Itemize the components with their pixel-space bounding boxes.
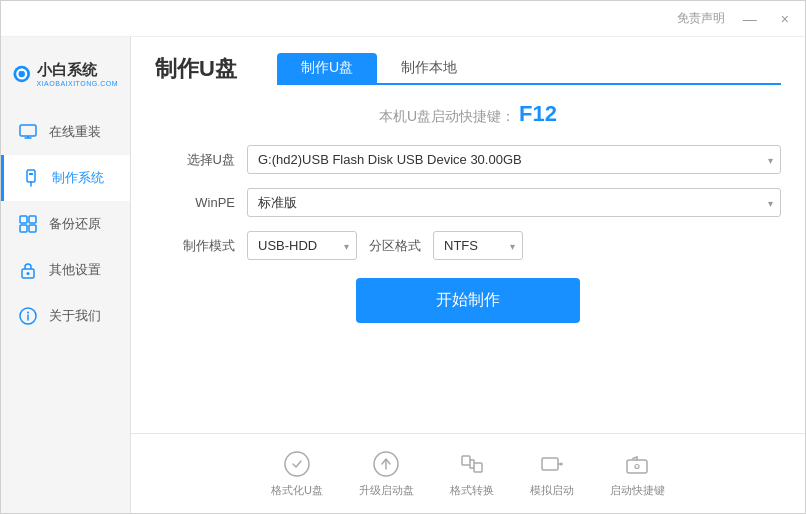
logo-area: 小白系统 XIAOBAIXITONG.COM [1, 47, 130, 109]
svg-rect-13 [29, 225, 36, 232]
winpe-control: 标准版 ▾ [247, 188, 781, 217]
sidebar-item-other-settings[interactable]: 其他设置 [1, 247, 130, 293]
close-button[interactable]: × [775, 10, 795, 28]
svg-rect-4 [20, 125, 36, 136]
simulate-boot-icon [537, 449, 567, 479]
start-button[interactable]: 开始制作 [356, 278, 580, 323]
monitor-icon [17, 121, 39, 143]
mode-field[interactable]: USB-HDD [247, 231, 357, 260]
svg-rect-23 [542, 458, 558, 470]
sidebar-item-online-reinstall[interactable]: 在线重装 [1, 109, 130, 155]
sidebar: 小白系统 XIAOBAIXITONG.COM 在线重装 [1, 37, 131, 513]
logo-sub-text: XIAOBAIXITONG.COM [37, 80, 119, 87]
select-usb-field[interactable]: G:(hd2)USB Flash Disk USB Device 30.00GB [247, 145, 781, 174]
winpe-wrapper: 标准版 ▾ [247, 188, 781, 217]
tabs: 制作U盘 制作本地 [277, 53, 781, 85]
sidebar-label-make-system: 制作系统 [52, 169, 104, 187]
titlebar-actions: 免责声明 — × [677, 10, 795, 28]
page-title: 制作U盘 [155, 54, 237, 84]
svg-rect-11 [29, 216, 36, 223]
content-header: 制作U盘 制作U盘 制作本地 [131, 37, 805, 85]
sidebar-label-about-us: 关于我们 [49, 307, 101, 325]
svg-rect-22 [474, 463, 482, 472]
toolbar-item-simulate-boot[interactable]: 模拟启动 [530, 449, 574, 498]
logo-icon [13, 55, 31, 93]
sidebar-label-online-reinstall: 在线重装 [49, 123, 101, 141]
disclaimer-link[interactable]: 免责声明 [677, 10, 725, 27]
main-body: 小白系统 XIAOBAIXITONG.COM 在线重装 [1, 37, 805, 513]
select-usb-label: 选择U盘 [155, 151, 235, 169]
tab-make-local[interactable]: 制作本地 [377, 53, 481, 85]
svg-rect-26 [627, 460, 647, 473]
minimize-button[interactable]: — [737, 10, 763, 28]
form-row-usb: 选择U盘 G:(hd2)USB Flash Disk USB Device 30… [155, 145, 781, 174]
svg-point-3 [20, 68, 23, 71]
toolbar-label-upgrade-boot: 升级启动盘 [359, 483, 414, 498]
svg-point-15 [27, 272, 30, 275]
toolbar-item-format-usb[interactable]: 格式化U盘 [271, 449, 323, 498]
info-icon [17, 305, 39, 327]
sidebar-item-make-system[interactable]: 制作系统 [1, 155, 130, 201]
winpe-label: WinPE [155, 195, 235, 210]
toolbar-item-boot-shortcut[interactable]: 启动快捷键 [610, 449, 665, 498]
lock-icon [17, 259, 39, 281]
upgrade-boot-icon [371, 449, 401, 479]
sidebar-label-other-settings: 其他设置 [49, 261, 101, 279]
logo-main-text: 小白系统 [37, 61, 119, 80]
toolbar-item-format-convert[interactable]: 格式转换 [450, 449, 494, 498]
form-row-winpe: WinPE 标准版 ▾ [155, 188, 781, 217]
toolbar-label-simulate-boot: 模拟启动 [530, 483, 574, 498]
grid-icon [17, 213, 39, 235]
content-body: 本机U盘启动快捷键： F12 选择U盘 G:(hd2)USB Flash Dis… [131, 85, 805, 433]
app-window: 免责声明 — × 小白系统 XIAOBAIXITONG.COM [0, 0, 806, 514]
select-usb-control: G:(hd2)USB Flash Disk USB Device 30.00GB… [247, 145, 781, 174]
svg-rect-7 [27, 170, 35, 182]
sidebar-label-backup-restore: 备份还原 [49, 215, 101, 233]
toolbar-label-format-usb: 格式化U盘 [271, 483, 323, 498]
sidebar-item-about-us[interactable]: 关于我们 [1, 293, 130, 339]
toolbar-label-format-convert: 格式转换 [450, 483, 494, 498]
svg-rect-10 [20, 216, 27, 223]
partition-label: 分区格式 [369, 237, 421, 255]
usb-icon [20, 167, 42, 189]
shortcut-hint: 本机U盘启动快捷键： F12 [155, 101, 781, 127]
svg-point-18 [27, 312, 29, 314]
tab-make-usb[interactable]: 制作U盘 [277, 53, 377, 85]
boot-shortcut-icon [622, 449, 652, 479]
sidebar-item-backup-restore[interactable]: 备份还原 [1, 201, 130, 247]
winpe-field[interactable]: 标准版 [247, 188, 781, 217]
format-convert-icon [457, 449, 487, 479]
select-usb-wrapper: G:(hd2)USB Flash Disk USB Device 30.00GB… [247, 145, 781, 174]
svg-point-2 [19, 71, 25, 77]
svg-point-19 [285, 452, 309, 476]
mode-label: 制作模式 [155, 237, 235, 255]
shortcut-key: F12 [519, 101, 557, 126]
bottom-toolbar: 格式化U盘 升级启动盘 [131, 433, 805, 513]
mode-wrapper: USB-HDD ▾ [247, 231, 357, 260]
logo-text: 小白系统 XIAOBAIXITONG.COM [37, 61, 119, 87]
partition-wrapper: NTFS ▾ [433, 231, 523, 260]
svg-point-27 [635, 465, 639, 469]
toolbar-label-boot-shortcut: 启动快捷键 [610, 483, 665, 498]
form-row-mode-partition: 制作模式 USB-HDD ▾ 分区格式 NTFS [155, 231, 781, 260]
content-area: 制作U盘 制作U盘 制作本地 本机U盘启动快捷键： F12 选择U盘 [131, 37, 805, 513]
svg-rect-12 [20, 225, 27, 232]
svg-point-25 [559, 463, 562, 466]
partition-field[interactable]: NTFS [433, 231, 523, 260]
format-usb-icon [282, 449, 312, 479]
titlebar: 免责声明 — × [1, 1, 805, 37]
toolbar-item-upgrade-boot[interactable]: 升级启动盘 [359, 449, 414, 498]
shortcut-prefix: 本机U盘启动快捷键： [379, 108, 515, 124]
svg-rect-21 [462, 456, 470, 465]
svg-rect-9 [29, 173, 33, 175]
